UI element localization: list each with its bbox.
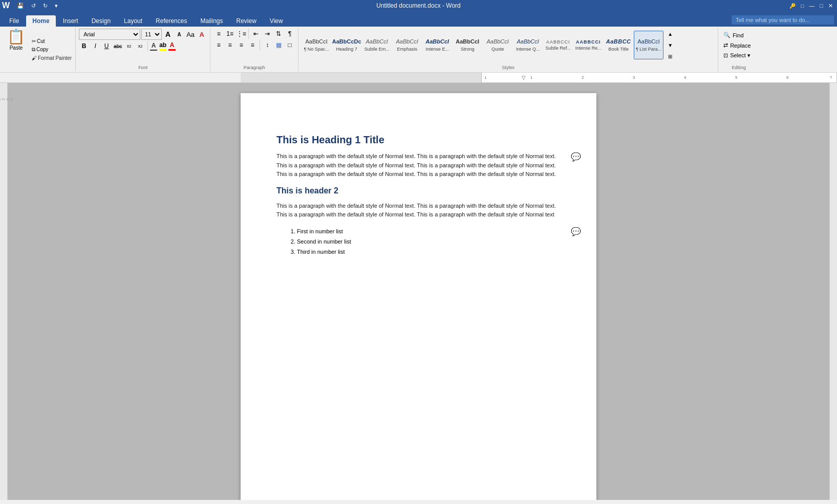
highlight-button[interactable]: ab (159, 41, 166, 51)
show-hide-button[interactable]: ¶ (285, 29, 295, 39)
sign-in-button[interactable]: 🔑 (787, 2, 798, 10)
comment-icon-1[interactable]: 💬 (571, 152, 581, 162)
paragraph2[interactable]: This is a paragraph with the default sty… (276, 202, 561, 220)
comment-icon-2[interactable]: 💬 (571, 227, 581, 236)
find-button[interactable]: 🔍 Find (721, 31, 753, 39)
undo-button[interactable]: ↺ (29, 2, 38, 10)
save-button[interactable]: 💾 (15, 2, 26, 10)
change-case-button[interactable]: Aa (185, 29, 196, 39)
style-no-spacing[interactable]: AaBbCcI ¶ No Spac... (302, 31, 331, 59)
clear-format-button[interactable]: A (197, 29, 207, 39)
styles-scroll-up[interactable]: ▲ (665, 29, 675, 39)
align-left-button[interactable]: ≡ (213, 40, 224, 50)
bullet-list-button[interactable]: ≡ (213, 29, 224, 39)
style-quote[interactable]: AaBbCcI Quote (483, 31, 512, 59)
select-icon: ⊡ (723, 52, 728, 59)
paint-brush-icon: 🖌 (32, 55, 37, 61)
ribbon-tabs: File Home Insert Design Layout Reference… (0, 11, 837, 27)
styles-more[interactable]: ⊞ (665, 51, 675, 61)
ruler-track: 1 1 2 3 4 5 6 7 ▽ (481, 73, 837, 82)
tab-insert[interactable]: Insert (57, 15, 84, 27)
style-intense-emphasis[interactable]: AaBbCcI Intense E... (422, 31, 452, 59)
maximize-button[interactable]: □ (818, 2, 825, 10)
document-area[interactable]: This is Heading 1 Title This is a paragr… (8, 83, 829, 500)
tab-home[interactable]: Home (26, 15, 55, 27)
styles-scroll-down[interactable]: ▼ (665, 40, 675, 50)
subscript-button[interactable]: x2 (124, 41, 134, 51)
increase-indent-button[interactable]: ⇥ (262, 29, 272, 39)
font-family-select[interactable]: Arial Calibri Times New Roman (79, 29, 140, 40)
heading2[interactable]: This is header 2 (276, 186, 561, 195)
font-grow-button[interactable]: A (163, 29, 173, 39)
tab-review[interactable]: Review (230, 15, 262, 27)
tell-me-search[interactable] (732, 15, 834, 25)
shading-button[interactable]: ▦ (273, 40, 284, 50)
style-list-para[interactable]: AaBbCcI ¶ List Para... (634, 31, 663, 59)
list-item-1[interactable]: First in number list (297, 227, 561, 237)
font-group-label: Font (79, 63, 207, 70)
customize-button[interactable]: ▾ (53, 2, 60, 10)
paste-button[interactable]: 📋 Paste (4, 29, 28, 70)
close-button[interactable]: ✕ (826, 2, 835, 10)
style-strong[interactable]: AaBbCcI Strong (453, 31, 482, 59)
list-item-2[interactable]: Second in number list (297, 237, 561, 247)
number-list-button[interactable]: 1≡ (225, 29, 235, 39)
format-painter-button[interactable]: 🖌 Format Painter (30, 55, 73, 61)
copy-icon: ⧉ (32, 47, 35, 53)
search-icon: 🔍 (723, 32, 731, 38)
style-book-title[interactable]: AaBBCC Book Title (604, 31, 633, 59)
ruler: 1 1 2 3 4 5 6 7 ▽ (0, 73, 837, 83)
decrease-indent-button[interactable]: ⇤ (251, 29, 261, 39)
strikethrough-button[interactable]: abc (113, 41, 123, 51)
style-intense-quote[interactable]: AaBbCcI Intense Q... (513, 31, 543, 59)
paragraph-group-label: Paragraph (213, 63, 295, 70)
heading1[interactable]: This is Heading 1 Title (276, 134, 561, 146)
italic-button[interactable]: I (90, 41, 100, 51)
ribbon-display-button[interactable]: □ (799, 2, 806, 10)
font-size-select[interactable]: 8910111214 (141, 29, 162, 40)
document-page: This is Heading 1 Title This is a paragr… (241, 93, 596, 500)
style-emphasis[interactable]: AaBbCcI Emphasis (392, 31, 422, 59)
copy-button[interactable]: ⧉ Copy (30, 46, 73, 53)
window-title: Untitled document.docx - Word (376, 2, 461, 9)
font-group: Arial Calibri Times New Roman 8910111214… (76, 28, 210, 71)
bold-button[interactable]: B (79, 41, 89, 51)
style-subtle-emphasis[interactable]: AaBbCcI Subtle Em... (362, 31, 392, 59)
title-bar: W 💾 ↺ ↻ ▾ Untitled document.docx - Word … (0, 0, 837, 11)
tab-design[interactable]: Design (85, 15, 117, 27)
align-right-button[interactable]: ≡ (236, 40, 246, 50)
minimize-button[interactable]: — (807, 2, 817, 10)
text-effects-button[interactable]: A (150, 42, 157, 51)
cut-button[interactable]: ✂ Cut (30, 38, 73, 45)
font-shrink-button[interactable]: A (174, 29, 184, 39)
select-button[interactable]: ⊡ Select ▾ (721, 51, 753, 60)
paragraph-group: ≡ 1≡ ⋮≡ ⇤ ⇥ ⇅ ¶ ≡ ≡ ≡ ≡ ↕ ▦ □ Paragraph (210, 28, 298, 71)
vertical-ruler: 12345 (0, 83, 8, 500)
tab-layout[interactable]: Layout (118, 15, 148, 27)
font-color-button[interactable]: A (168, 41, 176, 51)
align-center-button[interactable]: ≡ (225, 40, 235, 50)
tab-mailings[interactable]: Mailings (194, 15, 229, 27)
paragraph1[interactable]: This is a paragraph with the default sty… (276, 152, 561, 179)
superscript-button[interactable]: x2 (135, 41, 145, 51)
redo-button[interactable]: ↻ (41, 2, 50, 10)
styles-group-label: Styles (302, 63, 715, 70)
justify-button[interactable]: ≡ (247, 40, 257, 50)
multilevel-list-button[interactable]: ⋮≡ (236, 29, 246, 39)
ribbon: 📋 Paste ✂ Cut ⧉ Copy 🖌 Format Painter Ar… (0, 27, 837, 73)
tab-file[interactable]: File (3, 15, 25, 27)
replace-icon: ⇄ (723, 42, 728, 49)
list-item-3[interactable]: Third in number list (297, 247, 561, 257)
style-intense-ref[interactable]: AABBCCI Intense Re... (573, 31, 603, 59)
sort-button[interactable]: ⇅ (273, 29, 284, 39)
replace-button[interactable]: ⇄ Replace (721, 41, 753, 50)
style-heading7[interactable]: AaBbCcDc Heading 7 (332, 31, 361, 59)
tab-view[interactable]: View (264, 15, 289, 27)
styles-group: AaBbCcI ¶ No Spac... AaBbCcDc Heading 7 … (298, 28, 718, 71)
right-sidebar (829, 83, 837, 500)
line-spacing-button[interactable]: ↕ (262, 40, 272, 50)
underline-button[interactable]: U (101, 41, 112, 51)
border-button[interactable]: □ (285, 40, 295, 50)
tab-references[interactable]: References (149, 15, 193, 27)
style-subtle-ref[interactable]: AABBCCI Subtle Ref... (543, 31, 573, 59)
